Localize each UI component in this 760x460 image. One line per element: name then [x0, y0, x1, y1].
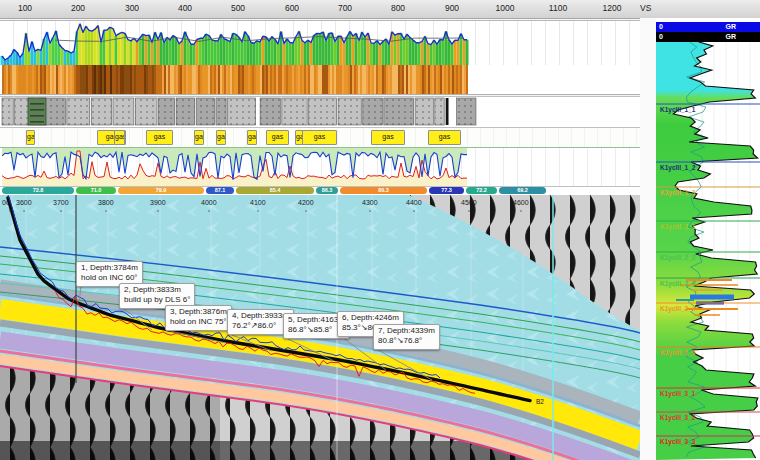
formation-top-label: K1ycIII_1_2: [660, 164, 696, 172]
annotation-depth: 7, Depth:4339m: [378, 326, 435, 336]
svg-text:4300: 4300: [362, 199, 378, 206]
seismic-section[interactable]: 0036003700380039004000410042004300440045…: [0, 195, 640, 460]
ruler-tick: 1200: [595, 3, 629, 13]
gas-show-flag: gas: [216, 130, 226, 145]
svg-text:3900: 3900: [150, 199, 166, 206]
vdl-orange-svg: [0, 65, 640, 94]
formation-top-label: K1ycIII_2_5: [660, 349, 696, 357]
gr-header-black: 0 GR: [656, 32, 760, 42]
gas-show-flag: gas: [247, 130, 257, 145]
ruler-tick: 1000: [488, 3, 522, 13]
inclination-segment: 86.3: [316, 187, 338, 194]
formation-top-label: K1ycIII_1_3: [660, 189, 696, 197]
gr-scale-min: 0: [659, 22, 663, 32]
annotation-depth: 3, Depth:3876m: [170, 307, 227, 317]
gr-curve-name: GR: [726, 22, 737, 32]
gas-show-flag: gas: [428, 130, 461, 145]
track-inclination-bar[interactable]: 72.871.079.987.185.486.380.377.372.269.2: [0, 187, 640, 195]
track-vdl-orange[interactable]: [0, 65, 640, 95]
svg-text:4500: 4500: [461, 199, 477, 206]
formation-top-label: K1ycIII_2_4: [660, 305, 696, 313]
svg-text:4200: 4200: [298, 199, 314, 206]
inclination-segment: 69.2: [499, 187, 546, 194]
svg-text:3600: 3600: [16, 199, 32, 206]
annotation-depth: 2, Depth:3833m: [124, 285, 190, 295]
gas-show-flag: gas: [302, 130, 337, 145]
gr-res-curves-svg: [0, 148, 640, 186]
gas-show-flag: gas: [146, 130, 173, 145]
ruler-tick: 800: [381, 3, 415, 13]
gr-header-blue: 0 GR: [656, 22, 760, 32]
gas-show-flag: gas: [114, 130, 125, 145]
trajectory-end-label: B2: [536, 398, 544, 405]
ruler-tick: 700: [328, 3, 362, 13]
gr-scale-min-2: 0: [659, 32, 663, 42]
inclination-segment: 77.3: [429, 187, 464, 194]
formation-top-label: K1ycIII_3_1: [660, 390, 696, 398]
annotation-detail: 80.8°↘76.8°: [378, 336, 435, 346]
trajectory-annotation-3[interactable]: 3, Depth:3876mhold on INC 75°: [165, 305, 232, 331]
svg-text:3700: 3700: [53, 199, 69, 206]
annotation-depth: 6, Depth:4246m: [342, 313, 399, 323]
inclination-segment: 72.8: [2, 187, 74, 194]
formation-top-label: K1ycIII_3_2: [660, 414, 696, 422]
gas-show-flag: gas: [266, 130, 289, 145]
ruler-tick: 400: [168, 3, 202, 13]
track-lithology[interactable]: [0, 96, 640, 128]
geosteering-window: 100200300400500600700800900100011001200V…: [0, 0, 760, 460]
track-amplitude-curve[interactable]: [0, 20, 640, 66]
svg-text:00: 00: [2, 199, 10, 206]
amplitude-curve-svg: [0, 21, 640, 65]
vs-ruler[interactable]: 100200300400500600700800900100011001200V…: [0, 0, 760, 19]
gr-curve-svg: K1ycIII_1_1K1ycIII_1_2K1ycIII_1_3K1ycIII…: [656, 42, 760, 460]
trajectory-annotation-7[interactable]: 7, Depth:4339m80.8°↘76.8°: [373, 324, 440, 350]
ruler-tick: 100: [8, 3, 42, 13]
gr-correlation-panel[interactable]: 0 GR 0 GR K1ycIII_1_1K1ycIII_1_2K1ycIII_…: [656, 18, 760, 460]
ruler-tick: 200: [61, 3, 95, 13]
panel-gap: [640, 18, 657, 460]
track-gas-shows[interactable]: gasgasgasgasgasgasgasgasgasgasgasgas: [0, 128, 640, 148]
ruler-vs-label: VS: [640, 3, 651, 13]
formation-top-label: K1ycIII_2_1: [660, 223, 696, 231]
ruler-tick: 600: [275, 3, 309, 13]
gas-show-flag: gas: [371, 130, 405, 145]
inclination-segment: 72.2: [466, 187, 497, 194]
track-gr-res-curves[interactable]: [0, 148, 640, 187]
gas-show-flag: gas: [194, 130, 204, 145]
lithology-svg: [0, 97, 640, 127]
inclination-segment: 87.1: [206, 187, 234, 194]
formation-top-label: K1ycIII_2_2: [660, 254, 696, 262]
svg-text:4400: 4400: [406, 199, 422, 206]
inclination-segment: 71.0: [76, 187, 116, 194]
ruler-tick: 500: [221, 3, 255, 13]
inclination-segment: 85.4: [236, 187, 314, 194]
formation-top-label: K1ycIII_3_3: [660, 438, 696, 446]
svg-text:4600: 4600: [513, 199, 529, 206]
svg-text:3800: 3800: [98, 199, 114, 206]
formation-top-label: K1ycIII_2_3: [660, 280, 696, 288]
annotation-depth: 4, Depth:3933m: [232, 311, 289, 321]
inclination-segment: 80.3: [340, 187, 427, 194]
svg-text:4100: 4100: [250, 199, 266, 206]
formation-top-label: K1ycIII_1_1: [660, 106, 696, 114]
gr-curve-name-2: GR: [726, 32, 737, 42]
ruler-tick: 300: [115, 3, 149, 13]
inclination-segment: 79.9: [118, 187, 204, 194]
annotation-detail: hold on INC 75°: [170, 317, 227, 327]
annotation-depth: 1, Depth:3784m: [81, 263, 138, 273]
svg-text:4000: 4000: [201, 199, 217, 206]
gas-show-flag: gas: [26, 130, 35, 145]
ruler-tick: 1100: [541, 3, 575, 13]
ruler-tick: 900: [435, 3, 469, 13]
annotation-detail: 76.2°↗86.0°: [232, 321, 289, 331]
